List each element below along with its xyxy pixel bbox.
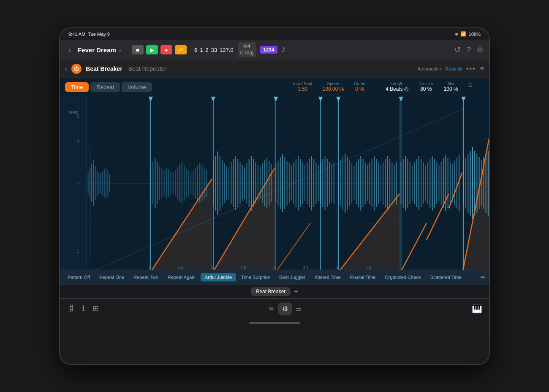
add-icon[interactable]: ⊕ [477, 45, 483, 54]
svg-rect-108 [327, 159, 328, 207]
time-sig-top: 4/4 [240, 43, 253, 50]
plugin-header-right: Automation Read ◎ ••• ≡ [418, 65, 484, 73]
svg-rect-120 [356, 162, 357, 204]
svg-rect-37 [161, 168, 162, 198]
play-button[interactable]: ▶ [146, 45, 158, 54]
pattern-edit-icon[interactable]: ✏ [481, 274, 486, 281]
back-button[interactable]: ‹ [66, 44, 73, 56]
bpm-display: 127.0 [220, 47, 234, 53]
pattern-altered-time[interactable]: Altered Time [310, 273, 345, 281]
pattern-scattered-time[interactable]: Scattered Time [426, 273, 466, 281]
status-indicator [455, 33, 458, 35]
pattern-repeat-two[interactable]: Repeat Two [129, 273, 163, 281]
pattern-artful-jumble[interactable]: Artful Jumble [201, 273, 236, 281]
mix-value[interactable]: 100 % [444, 86, 458, 92]
record-button[interactable]: ● [160, 45, 172, 54]
filter-icon[interactable]: ≡ [468, 81, 472, 89]
tab-volume[interactable]: Volume [122, 82, 152, 92]
svg-rect-101 [311, 156, 312, 211]
pattern-repeat-one[interactable]: Repeat One [95, 273, 128, 281]
svg-rect-157 [441, 162, 442, 205]
plugin-chip[interactable]: Beat Breaker [251, 287, 291, 296]
svg-rect-106 [322, 159, 323, 207]
svg-rect-88 [282, 154, 283, 212]
svg-rect-21 [95, 166, 96, 200]
waveform-display[interactable]: 6 4 2 1 [60, 97, 489, 270]
svg-rect-75 [251, 156, 252, 211]
sub-number: 2 [205, 47, 208, 53]
length-value[interactable]: 4 Beats ◎ [386, 86, 408, 92]
power-button[interactable]: ⏻ [71, 64, 82, 74]
pattern-organized-chaos[interactable]: Organized Chaos [380, 273, 425, 281]
svg-rect-87 [280, 157, 281, 209]
speed-label: Speed [323, 81, 344, 86]
layout-icon[interactable]: ⊞ [92, 304, 99, 313]
status-time: 9:41 AM [68, 32, 85, 37]
pattern-time-surprise[interactable]: Time Surprise [237, 273, 274, 281]
chevron-down-icon[interactable]: ⌄ [118, 47, 122, 53]
svg-rect-63 [224, 163, 225, 203]
param-declick: De-click 80 % [419, 81, 434, 92]
loop-button[interactable]: ⇄ [175, 45, 187, 54]
svg-text:1: 1 [76, 249, 79, 254]
svg-rect-76 [253, 159, 254, 207]
svg-rect-92 [291, 166, 292, 200]
home-bar [249, 322, 300, 324]
svg-rect-148 [421, 159, 421, 207]
plugin-tabs: Time Repeat Volume [65, 82, 152, 92]
svg-rect-136 [391, 162, 392, 204]
svg-rect-36 [159, 166, 160, 200]
plugin-back-button[interactable]: ‹ [65, 65, 67, 73]
add-plugin-button[interactable]: + [294, 288, 298, 295]
svg-rect-103 [315, 162, 316, 204]
sliders-icon[interactable]: ⚌ [296, 305, 302, 313]
automation-value[interactable]: Read ◎ [445, 66, 462, 72]
svg-rect-40 [168, 169, 169, 197]
pattern-repeat-again[interactable]: Repeat Again [163, 273, 200, 281]
help-icon[interactable]: ? [467, 46, 471, 54]
svg-rect-73 [246, 163, 247, 203]
pattern-fractal-time[interactable]: Fractal Time [346, 273, 380, 281]
stop-button[interactable]: ■ [132, 45, 144, 54]
home-indicator [60, 319, 489, 327]
pencil-icon[interactable]: ✏ [269, 305, 274, 313]
declick-label: De-click [419, 81, 434, 86]
info-icon[interactable]: ℹ [82, 304, 85, 313]
tab-time[interactable]: Time [65, 82, 89, 92]
declick-value[interactable]: 80 % [419, 86, 434, 92]
svg-rect-123 [362, 159, 363, 207]
hamburger-menu[interactable]: ≡ [480, 65, 484, 73]
piano-icon[interactable]: 🎹 [472, 304, 482, 313]
svg-rect-27 [106, 168, 106, 199]
battery-label: 100% [469, 32, 481, 37]
gear-icon[interactable]: ⚙ [278, 303, 292, 315]
svg-rect-77 [255, 162, 256, 204]
svg-rect-33 [152, 162, 153, 204]
curve-value[interactable]: 0 % [354, 86, 365, 92]
mix-label: Mix [444, 81, 458, 86]
transport-controls: ■ ▶ ● ⇄ [132, 45, 187, 54]
param-mix: Mix 100 % [444, 81, 458, 92]
pattern-strip: Pattern Off Repeat One Repeat Two Repeat… [60, 270, 489, 285]
speed-value[interactable]: 100.00 % [323, 86, 344, 92]
transport-right-controls: ↺ ? ⊕ [454, 45, 483, 54]
pattern-off[interactable]: Pattern Off [63, 273, 94, 281]
svg-rect-98 [304, 165, 305, 201]
svg-rect-118 [351, 163, 352, 203]
scene-badge[interactable]: 1234 [260, 46, 277, 54]
param-speed: Speed 100.00 % [323, 81, 344, 92]
wifi-icon: 📶 [460, 31, 466, 37]
pattern-beat-juggler[interactable]: Beat Juggler [275, 273, 310, 281]
svg-rect-19 [91, 164, 92, 202]
input-beat-value[interactable]: 3.50 [293, 86, 313, 92]
history-icon[interactable]: ↺ [454, 45, 461, 54]
more-button[interactable]: ••• [466, 65, 476, 73]
library-icon[interactable]: 🎛 [67, 304, 74, 313]
svg-rect-47 [184, 165, 185, 201]
svg-rect-129 [376, 159, 377, 207]
toolbar-right: 🎹 [472, 303, 482, 314]
project-title-text: Fever Dream [78, 46, 116, 54]
tab-repeat[interactable]: Repeat [90, 82, 120, 92]
automation-label: Automation [418, 66, 441, 71]
svg-rect-161 [450, 162, 451, 205]
